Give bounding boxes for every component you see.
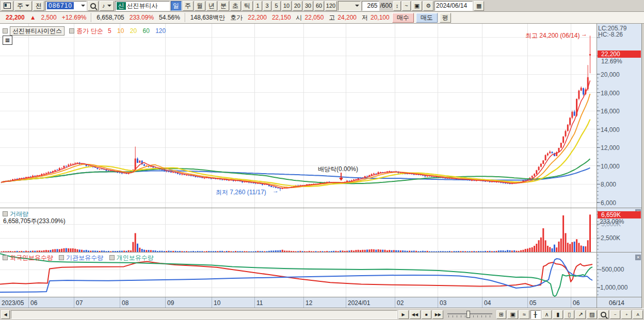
minute-120-button[interactable]: 120 (325, 1, 337, 11)
period-week-button[interactable]: 주 (183, 1, 194, 11)
compare-button[interactable]: ↕ (393, 1, 401, 11)
current-price: 22,200 (6, 14, 25, 21)
price-change-pct: +12.69% (62, 14, 87, 21)
legend-toggle-icon[interactable] (3, 255, 8, 260)
divider (185, 13, 186, 22)
legend-stock-name[interactable]: 선진뷰티사이언스 (10, 26, 65, 36)
period-minute-button[interactable]: 분 (218, 1, 229, 11)
dividend-annotation: 배당락(0.00%) (318, 165, 358, 174)
high-annotation: 최고 24,200 (06/14) (525, 31, 579, 40)
arrow-type-button[interactable]: ↗ (575, 310, 586, 319)
trend-edit-button[interactable]: ≈ (519, 310, 529, 319)
chevron-down-icon (355, 5, 359, 9)
chart-panel-button[interactable] (1, 1, 13, 11)
price-tick: 20,000 (601, 71, 620, 78)
new-stock-badge: 신 (117, 2, 126, 10)
period-day-button[interactable]: 일 (171, 1, 182, 11)
period-year-button[interactable]: 년 (206, 1, 217, 11)
settings-button[interactable]: ⚙ (423, 1, 433, 11)
low-label: 저 (362, 13, 368, 22)
ownership-pane-legend: 외국인보유수량 기관보유수량 개인보유수량 (3, 254, 154, 262)
current-price-box: 22,200 (598, 50, 641, 58)
image-button[interactable]: ▨ (587, 310, 597, 319)
period-tick-button[interactable]: 틱 (242, 1, 253, 11)
rewind-button[interactable]: ◀◀ (410, 310, 421, 319)
close-ownership-pane-button[interactable]: ✕ (635, 255, 641, 260)
font-button[interactable]: A (633, 310, 643, 319)
hollow-candle-button[interactable]: ▯ (564, 310, 574, 319)
minute-30-button[interactable]: 30 (303, 1, 313, 11)
sound-button[interactable]: ♪ (100, 1, 114, 11)
date-axis: 2023/05 06 07 08 09 10 11 12 2024/01 02 … (0, 297, 644, 308)
candle-type-button[interactable]: ▮ (553, 310, 563, 319)
stop-button[interactable]: ■ (422, 310, 432, 319)
slider-thumb[interactable] (466, 311, 470, 318)
chevron-down-icon (25, 5, 29, 9)
minute-10-button[interactable]: 10 (282, 1, 292, 11)
fast-forward-button[interactable]: ▶▶ (432, 310, 443, 319)
legend-toggle-icon[interactable] (109, 255, 115, 260)
zoom-in-button[interactable]: + (621, 310, 632, 319)
gear-icon: ⚙ (426, 3, 431, 9)
ownership-tick: -1,000,000 (598, 284, 627, 291)
turnover-ratio: 54.56% (159, 14, 180, 21)
current-volume-pct: 233.09% (600, 218, 624, 225)
period-type-combo[interactable]: 주 (14, 1, 32, 11)
price-tick: 16,000 (601, 108, 620, 115)
scrollbar-track[interactable] (11, 310, 397, 319)
bar-count-input[interactable]: 265 (362, 1, 379, 11)
windows-button[interactable]: ▣ (507, 310, 518, 319)
price-tick: 12,000 (601, 144, 620, 151)
sound-icon: ♪ (102, 3, 105, 9)
trendline-button[interactable]: ~ (402, 1, 410, 11)
top-toolbar: 주 전 086710 ♪ 신선진뷰티사 일 주 월 년 분 초 틱 1 3 5 … (0, 0, 644, 12)
zoom-button[interactable] (598, 310, 609, 319)
stock-code-combo[interactable]: 086710 (45, 1, 87, 11)
zoom-out-button[interactable]: − (610, 310, 620, 319)
ownership-tick: -500,000 (600, 266, 624, 273)
scroll-left-button[interactable]: ◀ (1, 310, 10, 319)
chart-area: 선진뷰티사이언스 종가 단순 5 10 20 60 120 ▦ 최고 24,20… (0, 24, 644, 308)
minute-5-button[interactable]: 5 (272, 1, 281, 11)
legend-toggle-icon[interactable] (3, 211, 8, 216)
scroll-right-button[interactable]: ▶ (398, 310, 409, 319)
minute-3-button[interactable]: 3 (263, 1, 271, 11)
search-button[interactable] (88, 1, 99, 11)
low-arrow-icon: → (272, 187, 279, 194)
bottom-toolbar: ◀ ▶ ◀◀ ■ ▶▶ ⊞ ▣ ≈ ╂ ∧ ▮ ▯ ↗ ▨ − + A (0, 308, 644, 320)
trade-value: 148,638백만 (190, 13, 225, 22)
calendar-button[interactable]: ▦ (474, 1, 484, 11)
date-tick: 02 (397, 299, 404, 307)
high-arrow-icon: → (581, 30, 587, 38)
chevron-down-icon (81, 5, 85, 9)
minute-20-button[interactable]: 20 (293, 1, 302, 11)
legend-toggle-icon[interactable] (69, 28, 74, 33)
date-tick: 07 (76, 299, 83, 307)
buy-button[interactable]: 매수 (392, 13, 414, 23)
mountain-type-button[interactable]: ∧ (542, 310, 552, 319)
bar-type-button[interactable]: ╂ (530, 310, 541, 319)
period-month-button[interactable]: 월 (195, 1, 205, 11)
speed-slider[interactable] (447, 310, 492, 318)
save-button[interactable]: ▣ (412, 1, 422, 11)
minute-60-button[interactable]: 60 (314, 1, 324, 11)
sell-button[interactable]: 매도 (416, 13, 438, 23)
minute-1-button[interactable]: 1 (254, 1, 262, 11)
legend-toggle-icon[interactable] (59, 255, 64, 260)
date-tick: 12 (305, 299, 312, 307)
legend-toggle-icon[interactable] (3, 28, 8, 33)
bar-total-label: /600 (380, 2, 392, 9)
period-second-button[interactable]: 초 (230, 1, 241, 11)
grid-table-button[interactable]: ▦ (3, 36, 12, 45)
ma20-label: 20 (130, 27, 137, 35)
add-chart-button[interactable]: ⊞ (496, 310, 507, 319)
avg-button[interactable]: 평 (440, 13, 451, 23)
magnifier-icon (601, 312, 606, 317)
prev-day-button[interactable]: 전 (33, 1, 44, 11)
stock-name-field[interactable]: 신선진뷰티사 (115, 1, 170, 11)
divider (91, 13, 92, 22)
price-tick: 18,000 (601, 90, 620, 97)
date-tick: 10 (214, 299, 220, 307)
date-input[interactable]: 2024/06/14 (434, 1, 473, 11)
custom-period-combo[interactable] (338, 1, 361, 11)
